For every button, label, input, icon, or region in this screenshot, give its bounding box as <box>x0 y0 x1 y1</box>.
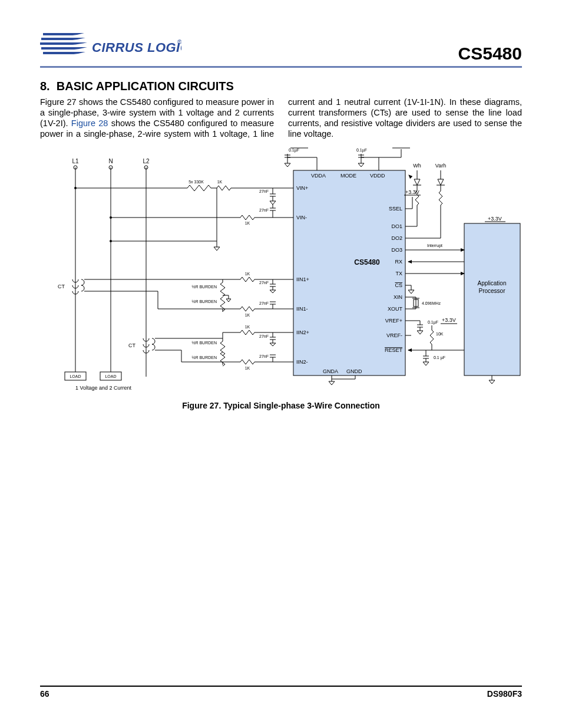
svg-text:®: ® <box>177 39 181 45</box>
svg-text:1K: 1K <box>217 180 223 184</box>
svg-text:1K: 1K <box>245 313 250 317</box>
page-number: 66 <box>40 689 49 699</box>
figure-28-link[interactable]: Figure 28 <box>71 118 108 128</box>
svg-text:GNDD: GNDD <box>346 368 362 374</box>
svg-text:0.1µF: 0.1µF <box>428 320 438 325</box>
page-footer: 66 DS980F3 <box>40 686 522 699</box>
part-number: CS5480 <box>458 44 522 64</box>
svg-text:TX: TX <box>395 271 402 276</box>
svg-text:VIN-: VIN- <box>296 215 307 220</box>
svg-text:MODE: MODE <box>340 173 356 179</box>
svg-text:LOAD: LOAD <box>105 374 116 378</box>
svg-text:Processor: Processor <box>478 288 505 294</box>
svg-point-88 <box>74 187 77 189</box>
svg-text:VIN+: VIN+ <box>296 185 308 191</box>
svg-text:½R BURDEN: ½R BURDEN <box>192 341 217 345</box>
document-id: DS980F3 <box>487 689 522 699</box>
svg-point-87 <box>110 216 112 219</box>
svg-text:DO3: DO3 <box>391 247 402 253</box>
svg-text:VDDA: VDDA <box>311 173 326 179</box>
svg-text:VREF-: VREF- <box>386 332 402 338</box>
svg-text:27nF: 27nF <box>259 354 269 358</box>
svg-text:4.096MHz: 4.096MHz <box>422 301 441 305</box>
svg-text:5x 330K: 5x 330K <box>189 180 204 184</box>
svg-text:RX: RX <box>395 259 402 265</box>
svg-text:½R BURDEN: ½R BURDEN <box>192 285 217 289</box>
svg-text:IIN1-: IIN1- <box>296 306 308 312</box>
svg-text:DO1: DO1 <box>391 223 402 229</box>
page-header: CIRRUS LOGIC ® CS5480 <box>40 29 522 68</box>
svg-text:CT: CT <box>128 342 135 348</box>
svg-text:RESET: RESET <box>385 347 403 353</box>
svg-rect-17 <box>293 170 405 375</box>
svg-text:27nF: 27nF <box>259 301 269 305</box>
svg-text:1K: 1K <box>245 272 250 276</box>
svg-text:Varh: Varh <box>435 163 446 169</box>
svg-text:½R BURDEN: ½R BURDEN <box>192 299 217 304</box>
svg-text:+3.3V: +3.3V <box>488 216 502 222</box>
svg-line-146 <box>409 175 411 177</box>
svg-text:0.1 µF: 0.1 µF <box>434 355 445 360</box>
svg-text:27nF: 27nF <box>259 334 269 338</box>
svg-text:IIN1+: IIN1+ <box>296 276 309 282</box>
body-text: Figure 27 shows the CS5480 configured to… <box>40 97 522 140</box>
svg-text:1K: 1K <box>245 366 250 370</box>
svg-text:1 Voltage and 2 Current: 1 Voltage and 2 Current <box>75 385 132 391</box>
svg-text:L2: L2 <box>143 158 150 164</box>
svg-text:10K: 10K <box>436 332 444 336</box>
svg-text:DO2: DO2 <box>391 235 402 241</box>
svg-text:27nF: 27nF <box>259 208 269 212</box>
svg-text:CIRRUS LOGIC: CIRRUS LOGIC <box>92 40 181 55</box>
svg-text:VREF+: VREF+ <box>385 318 402 324</box>
svg-text:27nF: 27nF <box>259 281 269 285</box>
svg-text:+3.3V: +3.3V <box>442 317 456 323</box>
svg-text:N: N <box>108 158 113 164</box>
svg-text:1K: 1K <box>245 325 250 329</box>
cirrus-logic-logo: CIRRUS LOGIC ® <box>40 29 181 64</box>
svg-text:IIN2-: IIN2- <box>296 359 308 365</box>
svg-text:GNDA: GNDA <box>323 368 338 374</box>
svg-text:CT: CT <box>58 284 65 289</box>
svg-text:1K: 1K <box>245 221 250 225</box>
svg-text:+3.3V: +3.3V <box>405 189 419 195</box>
svg-text:Wh: Wh <box>413 163 421 169</box>
svg-text:CS5480: CS5480 <box>354 258 380 266</box>
figure-27-diagram: L1 N L2 LOAD LOAD CT CT <box>40 147 522 410</box>
svg-text:IIN2+: IIN2+ <box>296 330 309 335</box>
svg-text:Application: Application <box>478 280 507 286</box>
section-heading: 8. BASIC APPLICATION CIRCUITS <box>40 80 522 93</box>
svg-text:SSEL: SSEL <box>389 206 402 212</box>
svg-text:XIN: XIN <box>394 294 402 300</box>
svg-text:LOAD: LOAD <box>70 374 81 378</box>
svg-text:27nF: 27nF <box>259 189 269 193</box>
svg-text:Interrupt: Interrupt <box>427 243 442 248</box>
svg-text:L1: L1 <box>72 158 79 164</box>
svg-rect-138 <box>464 223 520 375</box>
figure-caption: Figure 27. Typical Single-phase 3-Wire C… <box>40 401 522 410</box>
svg-text:0.1µF: 0.1µF <box>356 148 367 153</box>
svg-text:½R BURDEN: ½R BURDEN <box>192 355 217 360</box>
svg-point-86 <box>110 240 112 242</box>
svg-text:VDDD: VDDD <box>370 173 385 179</box>
svg-text:0.1µF: 0.1µF <box>289 148 299 153</box>
svg-text:CS: CS <box>395 282 402 288</box>
svg-text:XOUT: XOUT <box>388 306 403 312</box>
